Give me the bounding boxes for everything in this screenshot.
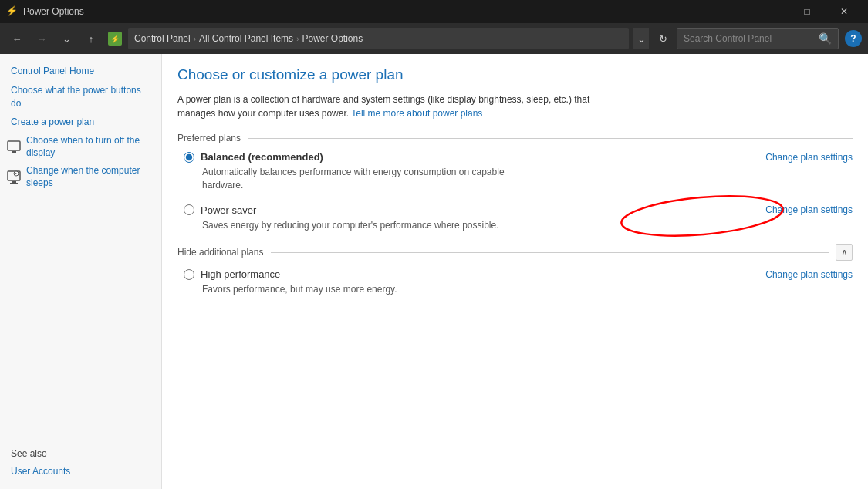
plan-label-balanced[interactable]: Balanced (recommended) (184, 151, 323, 163)
sidebar-item-computer-sleeps[interactable]: Change when the computer sleeps (0, 162, 161, 192)
breadcrumb-icon: ⚡ (108, 32, 122, 46)
additional-section-divider (271, 252, 829, 253)
back-button[interactable]: ← (6, 28, 28, 49)
plan-desc-power-saver: Saves energy by reducing your computer's… (202, 219, 511, 232)
radio-high-performance[interactable] (184, 269, 194, 280)
plan-desc-high-performance: Favors performance, but may use more ene… (202, 283, 511, 296)
up-button[interactable]: ↑ (80, 28, 102, 49)
plan-item-balanced: Balanced (recommended) Change plan setti… (177, 151, 853, 192)
svg-rect-0 (8, 141, 20, 150)
sidebar-item-power-buttons[interactable]: Choose what the power buttons do (0, 81, 161, 113)
help-button[interactable]: ? (845, 30, 862, 47)
sidebar-item-turn-off-display[interactable]: Choose when to turn off the display (0, 132, 161, 162)
svg-rect-2 (10, 153, 18, 153)
plan-label-power-saver[interactable]: Power saver (184, 204, 256, 216)
plan-desc-balanced: Automatically balances performance with … (202, 166, 511, 192)
plan-label-high-performance[interactable]: High performance (184, 268, 280, 280)
preferred-plans-label: Preferred plans (177, 133, 241, 143)
maximize-button[interactable]: □ (789, 0, 825, 23)
sidebar-item-create-plan[interactable]: Create a power plan (0, 113, 161, 132)
plan-item-high-performance: High performance Change plan settings Fa… (177, 268, 853, 296)
radio-power-saver[interactable] (184, 204, 194, 215)
change-plan-link-balanced[interactable]: Change plan settings (765, 152, 853, 163)
address-bar: ← → ⌄ ↑ ⚡ Control Panel › All Control Pa… (0, 23, 868, 54)
plan-row-high-performance: High performance Change plan settings (184, 268, 853, 280)
breadcrumb-control-panel[interactable]: Control Panel (134, 33, 191, 44)
search-box: 🔍 (677, 28, 839, 49)
forward-button[interactable]: → (31, 28, 52, 49)
plan-item-power-saver: Power saver Change plan settings Saves e… (177, 204, 853, 232)
additional-plans-label: Hide additional plans (177, 247, 263, 258)
sidebar-item-user-accounts[interactable]: User Accounts (0, 462, 161, 481)
change-plan-link-power-saver[interactable]: Change plan settings (765, 204, 853, 215)
plan-row-balanced: Balanced (recommended) Change plan setti… (184, 151, 853, 163)
monitor-icon (6, 140, 22, 155)
section-divider (248, 138, 853, 139)
dropdown-button[interactable]: ⌄ (56, 28, 77, 49)
preferred-plans-header: Preferred plans (177, 133, 853, 143)
radio-balanced[interactable] (184, 152, 194, 163)
main-container: Control Panel Home Choose what the power… (0, 54, 868, 489)
window-controls: – □ ✕ (752, 0, 862, 23)
breadcrumb-dropdown-button[interactable]: ⌄ (633, 28, 649, 49)
app-icon: ⚡ (6, 5, 19, 18)
breadcrumb-power-options[interactable]: Power Options (302, 33, 363, 44)
learn-more-link[interactable]: Tell me more about power plans (351, 108, 482, 119)
collapse-button[interactable]: ∧ (836, 244, 853, 261)
search-input[interactable] (684, 33, 819, 44)
sleep-icon (6, 170, 22, 185)
change-plan-link-high-performance[interactable]: Change plan settings (765, 269, 853, 280)
search-button[interactable]: 🔍 (819, 32, 832, 45)
content-area: Choose or customize a power plan A power… (162, 54, 868, 489)
close-button[interactable]: ✕ (826, 0, 862, 23)
sidebar: Control Panel Home Choose what the power… (0, 54, 162, 489)
minimize-button[interactable]: – (752, 0, 788, 23)
page-title: Choose or customize a power plan (177, 66, 853, 83)
breadcrumb-all-items[interactable]: All Control Panel Items (199, 33, 293, 44)
breadcrumb-bar: Control Panel › All Control Panel Items … (128, 28, 629, 49)
svg-rect-4 (12, 181, 16, 183)
svg-rect-5 (10, 183, 18, 184)
svg-rect-1 (12, 151, 16, 153)
refresh-button[interactable]: ↻ (652, 28, 674, 49)
title-bar: ⚡ Power Options – □ ✕ (0, 0, 868, 23)
plan-row-power-saver: Power saver Change plan settings (184, 204, 853, 216)
sidebar-item-control-panel-home[interactable]: Control Panel Home (0, 62, 161, 81)
window-title: Power Options (23, 6, 752, 17)
additional-plans-header: Hide additional plans ∧ (177, 244, 853, 261)
page-description: A power plan is a collection of hardware… (177, 93, 625, 120)
see-also-label: See also (0, 442, 161, 462)
